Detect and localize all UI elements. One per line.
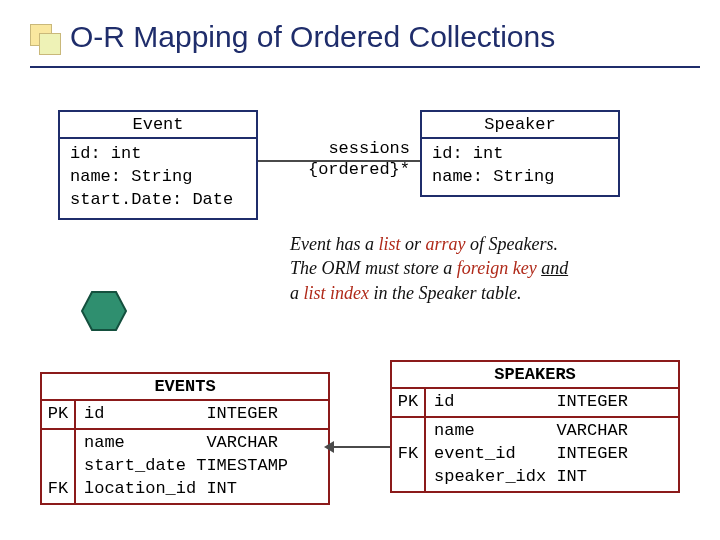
db-table-name-events: EVENTS (42, 374, 328, 399)
explain-frag: of Speakers. (466, 234, 558, 254)
keyword-list-index: list index (304, 283, 370, 303)
db-cols-events-2: name VARCHAR start_date TIMESTAMP locati… (76, 428, 328, 503)
title-underline (30, 66, 700, 68)
arrowhead-left-icon (324, 441, 334, 453)
keyword-and: and (541, 258, 568, 278)
db-table-events: EVENTS PK id INTEGER FK name VARCHAR sta… (40, 372, 330, 505)
db-cols-speakers-2: name VARCHAR event_id INTEGER speaker_id… (426, 416, 678, 491)
explain-frag: The ORM must store a (290, 258, 457, 278)
class-box-speaker: Speaker id: int name: String (420, 110, 620, 197)
class-name-speaker: Speaker (422, 112, 618, 139)
db-keycol-events-fk: FK (42, 428, 76, 503)
keyword-list: list (378, 234, 400, 254)
db-keycol-events-pk: PK (42, 399, 76, 428)
db-keycol-speakers-pk: PK (392, 387, 426, 416)
hexagon-icon (80, 290, 128, 332)
explain-frag: or (401, 234, 426, 254)
db-arrow-events-speakers (330, 446, 390, 448)
db-table-name-speakers: SPEAKERS (392, 362, 678, 387)
explanation-text: Event has a list or array of Speakers. T… (290, 232, 690, 305)
db-cols-speakers-1: id INTEGER (426, 387, 678, 416)
slide-title: O-R Mapping of Ordered Collections (70, 20, 555, 54)
keyword-foreign-key: foreign key (457, 258, 537, 278)
class-attrs-speaker: id: int name: String (422, 139, 618, 195)
class-attrs-event: id: int name: String start.Date: Date (60, 139, 256, 218)
assoc-label-sessions: sessions {ordered}* (280, 138, 410, 181)
db-keycol-speakers-fk: FK (392, 416, 426, 491)
explain-frag: Event has a (290, 234, 378, 254)
class-name-event: Event (60, 112, 256, 139)
keyword-array: array (426, 234, 466, 254)
db-table-speakers: SPEAKERS PK id INTEGER FK name VARCHAR e… (390, 360, 680, 493)
class-box-event: Event id: int name: String start.Date: D… (58, 110, 258, 220)
db-cols-events-1: id INTEGER (76, 399, 328, 428)
slide-bullet-icon (30, 24, 52, 46)
explain-frag: in the Speaker table. (369, 283, 521, 303)
explain-frag: a (290, 283, 304, 303)
svg-marker-0 (82, 292, 126, 330)
